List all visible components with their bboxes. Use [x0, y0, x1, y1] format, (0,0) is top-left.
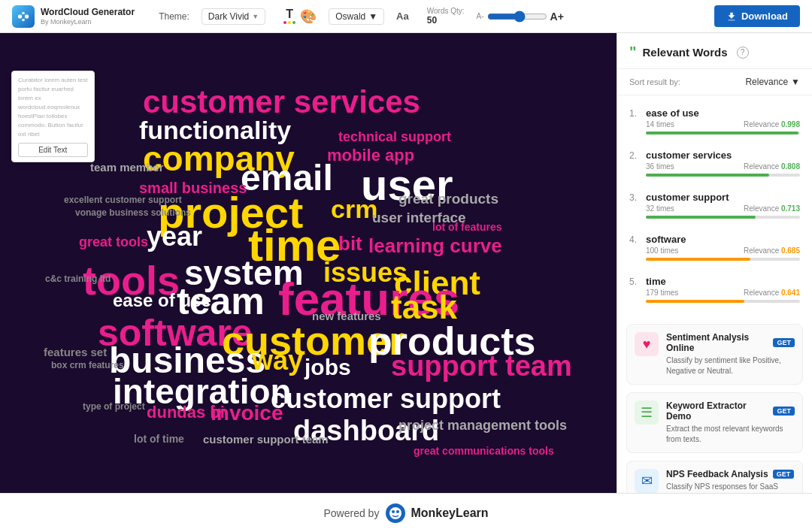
item-number: 1. — [629, 108, 641, 119]
tool-card-title: Keyword Extractor Demo — [666, 401, 768, 422]
word-lot-of-features[interactable]: lot of features — [432, 221, 502, 233]
word-great-products[interactable]: great products — [398, 191, 498, 207]
tool-card-desc: Classify by sentiment like Positive, Neg… — [666, 355, 795, 376]
download-label: Download — [741, 11, 788, 22]
tool-cards: ♥ Sentiment Analysis Online GET Classify… — [617, 318, 812, 493]
tool-card-body: NPS Feedback Analysis GET Classify NPS r… — [666, 469, 795, 493]
get-badge[interactable]: GET — [773, 470, 795, 479]
word-type-of-project[interactable]: type of project — [83, 401, 145, 412]
item-name: ease of use — [646, 107, 699, 119]
help-icon[interactable]: ? — [737, 47, 749, 59]
wordcloud-canvas[interactable]: Curabitor lorem auten testportu facitur … — [0, 33, 617, 493]
text-format-controls: T 🎨 — [283, 8, 317, 25]
word-excellent-customer-support[interactable]: excellent customer support — [64, 195, 182, 205]
word-bit[interactable]: bit — [338, 232, 362, 255]
word-great-tools[interactable]: great tools — [79, 234, 148, 250]
word-technical-support[interactable]: technical support — [338, 129, 451, 145]
tool-card-keyword[interactable]: ☰ Keyword Extractor Demo GET Extract the… — [626, 392, 803, 453]
app-footer: Powered by MonkeyLearn — [0, 493, 812, 532]
tool-card-body: Keyword Extractor Demo GET Extract the m… — [666, 401, 795, 445]
relevance-item[interactable]: 5. time 179 times Relevance 0.641 — [617, 270, 812, 312]
item-relevance: Relevance 0.998 — [744, 120, 800, 128]
paint-icon[interactable]: 🎨 — [300, 8, 317, 25]
words-qty-value: 50 — [427, 15, 437, 26]
word-customer-services[interactable]: customer services — [143, 84, 420, 120]
get-badge[interactable]: GET — [773, 338, 795, 347]
relevance-bar-bg — [646, 216, 800, 219]
relevance-item[interactable]: 2. customer services 36 times Relevance … — [617, 144, 812, 186]
download-icon — [726, 11, 737, 22]
word-customer-support-team[interactable]: customer support team — [203, 433, 329, 446]
word-team-member[interactable]: team member — [90, 161, 164, 174]
sort-value: Relevance — [745, 77, 788, 87]
item-relevance: Relevance 0.685 — [744, 246, 800, 255]
relevance-list: 1. ease of use 14 times Relevance 0.998 … — [617, 95, 812, 318]
download-button[interactable]: Download — [714, 5, 800, 27]
word-lot-of-time[interactable]: lot of time — [134, 433, 184, 445]
app-header: WordCloud Generator By MonkeyLearn Theme… — [0, 0, 812, 33]
item-times: 100 times — [646, 246, 678, 255]
monkeylearn-icon — [385, 503, 406, 524]
edit-text-popup: Curabitor lorem auten testportu facitur … — [11, 71, 95, 162]
word-great-communications-tools[interactable]: great communications tools — [414, 445, 554, 457]
svg-point-5 — [389, 507, 401, 519]
quote-icon: " — [629, 44, 636, 61]
relevance-bar-fill — [646, 174, 769, 177]
powered-by-text: Powered by — [323, 507, 379, 519]
sort-label: Sort result by: — [629, 77, 680, 86]
logo-text: WordCloud Generator By MonkeyLearn — [41, 7, 135, 25]
tool-icon: ☰ — [635, 401, 659, 425]
svg-point-3 — [22, 18, 25, 21]
app-title: WordCloud Generator — [41, 7, 135, 17]
word-jobs[interactable]: jobs — [304, 355, 351, 380]
word-support-team[interactable]: support team — [391, 350, 572, 382]
monkeylearn-logo[interactable]: MonkeyLearn — [385, 503, 488, 524]
item-name: time — [646, 276, 666, 287]
get-badge[interactable]: GET — [773, 407, 795, 416]
tool-card-body: Sentiment Analysis Online GET Classify b… — [666, 332, 795, 376]
size-min-label: A- — [477, 12, 484, 20]
size-max-label: A+ — [550, 11, 564, 23]
theme-dropdown[interactable]: Dark Vivid ▼ — [201, 8, 265, 25]
svg-point-0 — [18, 14, 22, 18]
app-subtitle: By MonkeyLearn — [41, 18, 135, 26]
relevance-item[interactable]: 3. customer support 32 times Relevance 0… — [617, 186, 812, 228]
theme-label: Theme: — [159, 11, 189, 22]
svg-point-6 — [392, 510, 395, 513]
item-times: 32 times — [646, 204, 674, 213]
item-times: 14 times — [646, 120, 674, 128]
sort-bar: Sort result by: Relevance ▼ — [617, 69, 812, 95]
word-c&c-training-ltd[interactable]: c&c training ltd — [45, 274, 111, 284]
word-learning-curve[interactable]: learning curve — [368, 234, 502, 258]
main-content: Curabitor lorem auten testportu facitur … — [0, 33, 812, 493]
brand-name: MonkeyLearn — [411, 506, 488, 520]
text-style-icon[interactable]: T — [283, 8, 295, 24]
word-box-crm-features[interactable]: box crm features — [51, 360, 124, 370]
relevance-bar-fill — [646, 216, 756, 219]
tool-icon: ♥ — [635, 332, 659, 356]
word-invoice[interactable]: invoice — [211, 401, 283, 425]
tool-card-desc: Extract the most relevant keywords from … — [666, 424, 795, 445]
tool-card-desc: Classify NPS responses for SaaS products… — [666, 482, 795, 493]
svg-point-2 — [25, 14, 29, 18]
relevance-item[interactable]: 4. software 100 times Relevance 0.685 — [617, 228, 812, 270]
word-project-management-tools[interactable]: project management tools — [398, 418, 567, 434]
word-year[interactable]: year — [147, 221, 202, 252]
chevron-down-icon: ▼ — [791, 77, 800, 87]
relevance-bar-bg — [646, 258, 800, 261]
tool-icon: ✉ — [635, 469, 659, 493]
size-range-slider[interactable] — [487, 11, 547, 23]
sidebar-title: Relevant Words — [642, 46, 727, 59]
font-dropdown[interactable]: Oswald ▼ — [329, 8, 384, 25]
tool-card-nps[interactable]: ✉ NPS Feedback Analysis GET Classify NPS… — [626, 461, 803, 493]
word-customer-support[interactable]: customer support — [271, 383, 501, 415]
edit-text-button[interactable]: Edit Text — [18, 143, 88, 157]
tool-card-sentiment[interactable]: ♥ Sentiment Analysis Online GET Classify… — [626, 324, 803, 385]
logo-icon — [12, 5, 35, 28]
word-features-set[interactable]: features set — [44, 346, 107, 358]
sort-dropdown[interactable]: Relevance ▼ — [745, 77, 800, 87]
word-vonage-business-solutions[interactable]: vonage business solutions — [75, 207, 191, 218]
tool-card-title: Sentiment Analysis Online — [666, 332, 768, 353]
font-size-icon[interactable]: Aa — [396, 11, 409, 22]
relevance-item[interactable]: 1. ease of use 14 times Relevance 0.998 — [617, 101, 812, 144]
